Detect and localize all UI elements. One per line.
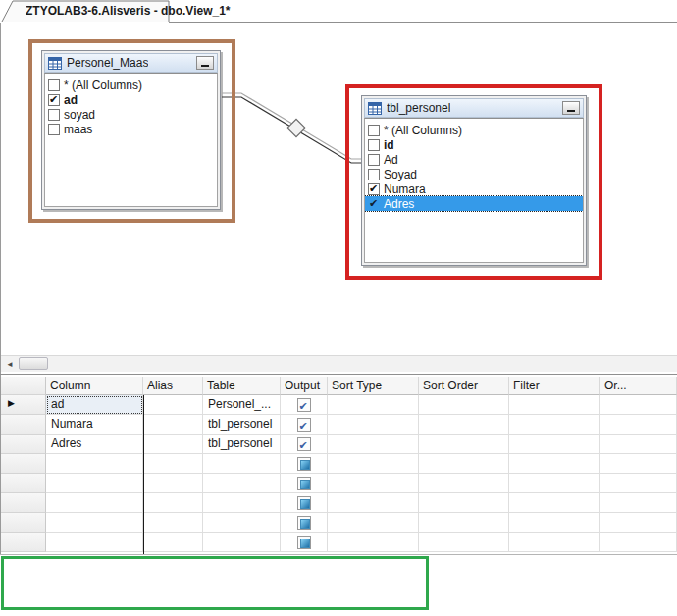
grid-header-or[interactable]: Or... <box>600 377 677 395</box>
grid-cell-filter[interactable] <box>509 435 600 454</box>
output-checkbox[interactable] <box>297 418 311 432</box>
row-selector[interactable] <box>1 474 46 493</box>
sql-pane[interactable]: SELECTdbo.Personel_Maas.ad, dbo.tbl_pers… <box>0 555 677 616</box>
scroll-thumb[interactable] <box>19 357 48 370</box>
table-window-personel-maas[interactable]: Personel_Maas * (All Columns) ad soyad m… <box>41 50 221 210</box>
grid-cell-alias[interactable] <box>143 395 203 415</box>
grid-cell-sort-type[interactable] <box>328 454 419 474</box>
output-checkbox[interactable] <box>297 496 311 510</box>
grid-header-alias[interactable]: Alias <box>143 377 203 395</box>
grid-cell-table[interactable]: Personel_... <box>203 395 281 415</box>
column-checkbox[interactable] <box>48 79 60 91</box>
column-checkbox[interactable] <box>48 109 60 121</box>
column-item-adres[interactable]: Adres <box>365 196 583 211</box>
grid-cell-table[interactable]: tbl_personel <box>203 415 281 435</box>
column-item-maas[interactable]: maas <box>45 122 217 136</box>
grid-cell-sort-type[interactable] <box>328 415 419 435</box>
grid-cell-filter[interactable] <box>509 474 600 493</box>
table-window-header[interactable]: Personel_Maas <box>44 53 218 73</box>
grid-header-table[interactable]: Table <box>203 377 281 395</box>
grid-cell-table[interactable] <box>203 454 281 474</box>
grid-cell-column[interactable] <box>46 513 143 533</box>
grid-header-output[interactable]: Output <box>281 377 328 395</box>
grid-cell-sort-order[interactable] <box>419 435 509 454</box>
table-window-tbl-personel[interactable]: tbl_personel * (All Columns) id Ad Soyad <box>361 95 587 266</box>
diagram-hscrollbar[interactable]: ◄ <box>1 355 677 372</box>
document-tab[interactable]: ZTYOLAB3-6.Alisveris - dbo.View_1* <box>26 4 231 18</box>
column-item-numara[interactable]: Numara <box>365 181 583 196</box>
grid-cell-filter[interactable] <box>509 533 600 552</box>
grid-cell-column[interactable]: Numara <box>46 415 143 435</box>
column-item-all-columns[interactable]: * (All Columns) <box>45 77 217 92</box>
row-selector[interactable]: ▶ <box>1 395 46 415</box>
grid-cell-sort-type[interactable] <box>328 533 419 552</box>
grid-cell-or[interactable] <box>600 474 677 493</box>
grid-cell-sort-order[interactable] <box>419 415 509 435</box>
row-selector[interactable] <box>1 454 46 474</box>
column-checkbox[interactable] <box>48 94 60 106</box>
grid-cell-sort-type[interactable] <box>328 493 419 513</box>
output-checkbox[interactable] <box>297 477 311 490</box>
column-checkbox[interactable] <box>368 139 380 151</box>
grid-cell-or[interactable] <box>600 533 677 552</box>
minimize-button[interactable] <box>196 56 214 70</box>
column-checkbox[interactable] <box>368 198 380 210</box>
grid-cell-sort-type[interactable] <box>328 474 419 493</box>
grid-cell-or[interactable] <box>600 435 677 454</box>
grid-cell-output[interactable] <box>281 474 328 493</box>
grid-cell-or[interactable] <box>600 454 677 474</box>
column-item-id[interactable]: id <box>365 137 583 152</box>
column-item-soyad[interactable]: soyad <box>45 107 217 122</box>
column-checkbox[interactable] <box>368 125 380 136</box>
output-checkbox[interactable] <box>297 398 311 412</box>
scroll-left-icon[interactable]: ◄ <box>3 358 17 371</box>
output-checkbox[interactable] <box>297 516 311 530</box>
row-selector[interactable] <box>1 493 46 513</box>
grid-cell-sort-order[interactable] <box>419 395 509 415</box>
grid-cell-sort-order[interactable] <box>419 474 509 493</box>
grid-cell-or[interactable] <box>600 493 677 513</box>
grid-cell-alias[interactable] <box>143 415 203 435</box>
grid-header-column[interactable]: Column <box>46 377 143 395</box>
grid-cell-alias[interactable] <box>143 454 203 474</box>
grid-cell-sort-type[interactable] <box>328 435 419 454</box>
grid-cell-sort-type[interactable] <box>328 513 419 533</box>
row-selector[interactable] <box>1 415 46 435</box>
grid-cell-column[interactable] <box>46 493 143 513</box>
column-item-ad[interactable]: Ad <box>365 152 583 167</box>
grid-cell-table[interactable] <box>203 493 281 513</box>
grid-cell-sort-order[interactable] <box>419 533 509 552</box>
grid-cell-column[interactable]: Adres <box>46 435 143 454</box>
grid-cell-filter[interactable] <box>509 415 600 435</box>
grid-cell-sort-order[interactable] <box>419 513 509 533</box>
grid-cell-output[interactable] <box>281 533 328 552</box>
grid-cell-alias[interactable] <box>143 533 203 552</box>
grid-cell-output[interactable] <box>281 415 328 435</box>
grid-cell-column[interactable]: ad <box>46 395 143 415</box>
column-checkbox[interactable] <box>368 154 380 166</box>
column-checkbox[interactable] <box>48 124 60 135</box>
grid-cell-column[interactable] <box>46 454 143 474</box>
grid-cell-sort-order[interactable] <box>419 493 509 513</box>
grid-cell-output[interactable] <box>281 454 328 474</box>
grid-cell-filter[interactable] <box>509 513 600 533</box>
grid-header-sort-order[interactable]: Sort Order <box>419 377 509 395</box>
output-checkbox[interactable] <box>297 437 311 451</box>
grid-cell-alias[interactable] <box>143 435 203 454</box>
grid-header-filter[interactable]: Filter <box>509 377 600 395</box>
grid-cell-sort-type[interactable] <box>328 395 419 415</box>
table-window-header[interactable]: tbl_personel <box>364 98 584 118</box>
row-selector[interactable] <box>1 435 46 454</box>
grid-cell-filter[interactable] <box>509 454 600 474</box>
row-selector[interactable] <box>1 533 46 552</box>
column-item-soyad[interactable]: Soyad <box>365 167 583 181</box>
output-checkbox[interactable] <box>297 457 311 471</box>
grid-cell-table[interactable]: tbl_personel <box>203 435 281 454</box>
grid-header-sort-type[interactable]: Sort Type <box>328 377 419 395</box>
output-checkbox[interactable] <box>297 536 311 549</box>
grid-cell-or[interactable] <box>600 513 677 533</box>
column-checkbox[interactable] <box>368 183 380 195</box>
grid-cell-or[interactable] <box>600 415 677 435</box>
grid-cell-output[interactable] <box>281 493 328 513</box>
grid-cell-output[interactable] <box>281 513 328 533</box>
